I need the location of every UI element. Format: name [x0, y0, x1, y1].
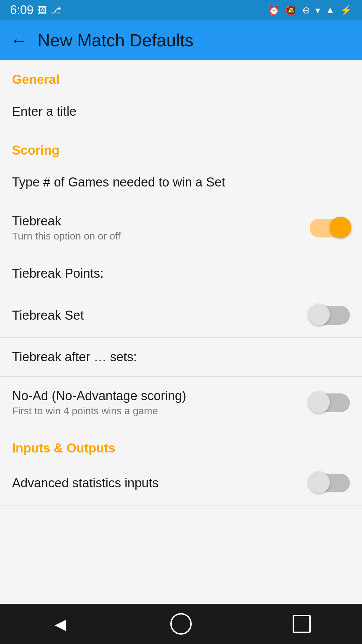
section-header-scoring: Scoring	[0, 131, 362, 163]
section-header-general: General	[0, 60, 362, 92]
no-ad-toggle[interactable]	[310, 393, 350, 413]
tiebreak-points-label: Tiebreak Points:	[12, 266, 350, 281]
tiebreak-toggle[interactable]	[310, 218, 350, 238]
enter-title-label: Enter a title	[12, 104, 76, 119]
list-item-enter-title[interactable]: Enter a title	[0, 92, 362, 131]
back-button[interactable]: ←	[10, 30, 27, 50]
list-item-advanced-stats[interactable]: Advanced statistics inputs	[0, 461, 362, 505]
section-header-inputs-outputs: Inputs & Outputs	[0, 429, 362, 461]
alarm-icon: ⏰	[268, 5, 280, 16]
no-ad-subtitle: First to win 4 points wins a game	[12, 405, 310, 417]
tiebreak-after-label: Tiebreak after … sets:	[12, 350, 350, 364]
nav-home-button[interactable]	[168, 610, 194, 637]
list-item-tiebreak[interactable]: Tiebreak Turn this option on or off	[0, 202, 362, 254]
section-inputs-outputs: Inputs & Outputs Advanced statistics inp…	[0, 429, 362, 505]
mute-icon: 🔕	[285, 5, 297, 16]
tiebreak-toggle-thumb	[330, 217, 351, 238]
battery-icon: ⚡	[340, 5, 352, 16]
list-item-tiebreak-set[interactable]: Tiebreak Set	[0, 293, 362, 338]
advanced-stats-toggle[interactable]	[310, 473, 350, 493]
games-needed-label: Type # of Games needed to win a Set	[12, 175, 350, 190]
tiebreak-set-toggle-thumb	[308, 304, 330, 325]
no-ad-toggle-thumb	[308, 391, 330, 413]
section-scoring: Scoring Type # of Games needed to win a …	[0, 131, 362, 429]
no-ad-label: No-Ad (No-Advantage scoring)	[12, 389, 310, 403]
tiebreak-subtitle: Turn this option on or off	[12, 230, 310, 242]
app-title: New Match Defaults	[38, 30, 193, 50]
tiebreak-label: Tiebreak	[12, 214, 310, 228]
tiebreak-set-toggle[interactable]	[310, 305, 350, 325]
photo-icon: 🖼	[38, 5, 47, 16]
content-area: General Enter a title Scoring Type # of …	[0, 60, 362, 604]
nav-back-button[interactable]: ◀	[47, 610, 74, 637]
list-item-tiebreak-points[interactable]: Tiebreak Points:	[0, 254, 362, 293]
list-item-games-needed[interactable]: Type # of Games needed to win a Set	[0, 163, 362, 202]
status-time: 6:09	[10, 3, 34, 17]
list-item-no-ad[interactable]: No-Ad (No-Advantage scoring) First to wi…	[0, 377, 362, 429]
list-item-tiebreak-after[interactable]: Tiebreak after … sets:	[0, 338, 362, 377]
signal-icon: ▲	[325, 5, 335, 15]
advanced-stats-toggle-thumb	[308, 472, 330, 493]
nav-home-icon	[170, 613, 192, 635]
wifi-icon: ▾	[315, 5, 320, 16]
advanced-stats-label: Advanced statistics inputs	[12, 476, 310, 490]
nav-bar: ◀	[0, 604, 362, 644]
nav-recent-icon	[293, 615, 311, 633]
app-bar: ← New Match Defaults	[0, 20, 362, 60]
nav-back-icon: ◀	[55, 615, 66, 633]
usb-icon: ⎇	[50, 5, 61, 16]
dnd-icon: ⊖	[302, 5, 310, 16]
status-bar: 6:09 🖼 ⎇ ⏰ 🔕 ⊖ ▾ ▲ ⚡	[0, 0, 362, 20]
section-general: General Enter a title	[0, 60, 362, 131]
nav-recent-button[interactable]	[288, 610, 315, 637]
tiebreak-set-label: Tiebreak Set	[12, 308, 310, 323]
